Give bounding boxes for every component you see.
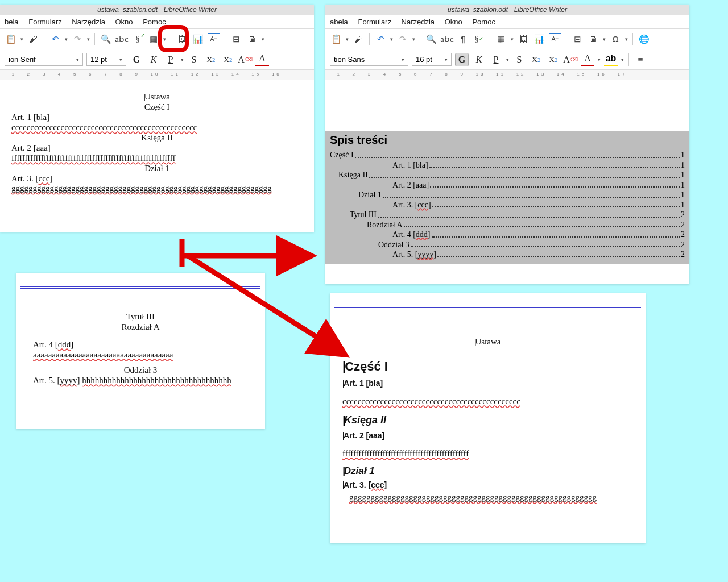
menu-item-narzedzia-r[interactable]: Narzędzia — [402, 18, 435, 26]
toc-row: Art. 5. [yyyy]2 — [330, 250, 685, 260]
docf-h3: Dział 1 — [342, 465, 633, 477]
spellcheck-icon[interactable]: ab̲c — [115, 33, 128, 45]
italic-button[interactable]: K — [472, 53, 486, 66]
image-icon[interactable]: 🖼 — [517, 33, 530, 45]
find-icon[interactable]: 🔍 — [425, 33, 437, 45]
underline-button[interactable]: P — [164, 53, 177, 66]
pagebreak-icon[interactable]: ⊟ — [230, 33, 242, 45]
doc-title: Ustawa — [11, 92, 303, 102]
toc-row: Art. 2 [aaa]1 — [330, 180, 685, 190]
menu-item-narzedzia[interactable]: Narzędzia — [72, 18, 105, 26]
doc-line-c: cccccccccccccccccccccccccccccccccccccccc… — [11, 123, 197, 132]
spellcheck-icon[interactable]: ab̲c — [441, 33, 453, 45]
image-icon[interactable]: 🖼 — [176, 33, 188, 45]
chart-icon[interactable]: 📊 — [533, 33, 545, 45]
doc-art4: Art. 4 [ddd] — [33, 340, 248, 350]
clear-format-button[interactable]: A⌫ — [238, 53, 252, 66]
bold-button[interactable]: G — [130, 53, 143, 66]
font-name-select[interactable]: ion Serif▾ — [5, 53, 83, 66]
subscript-button[interactable]: X2 — [221, 53, 235, 66]
align-button[interactable]: ≡ — [634, 53, 647, 66]
undo-icon[interactable]: ↶ — [49, 33, 61, 45]
docf-art2: Art. 2 [aaa] — [342, 431, 633, 440]
page-icon[interactable]: 🗎 — [246, 33, 258, 45]
doc-line-a: aaaaaaaaaaaaaaaaaaaaaaaaaaaaaaaaaaaaa — [33, 350, 173, 359]
ruler-r: · 1 · 2 · 3 · 4 · 5 · 6 · 7 · 8 · 9 · 10… — [325, 70, 689, 80]
menu-item-tabela-r[interactable]: abela — [330, 18, 348, 26]
docf-title: Ustawa — [342, 337, 633, 347]
main-toolbar: 📋▾ 🖌 ↶▾ ↷▾ 🔍 ab̲c §✓ ▦▾ 🖼 📊 A≡ ⊟ 🗎▾ — [0, 29, 314, 49]
table-icon[interactable]: ▦ — [495, 33, 507, 45]
toc-row: Rozdział A2 — [330, 220, 685, 230]
doc-line-f: ffffffffffffffffffffffffffffffffffffffff… — [11, 153, 175, 163]
globe-icon[interactable]: 🌐 — [638, 33, 650, 45]
doc-part: Część I — [11, 102, 303, 112]
clone-format-icon[interactable]: 🖌 — [352, 33, 365, 45]
paste-icon[interactable]: 📋 — [5, 33, 17, 45]
ruler: · 1 · 2 · 3 · 4 · 5 · 6 · 7 · 8 · 9 · 10… — [0, 70, 314, 80]
menu-item-tabela[interactable]: bela — [5, 18, 19, 26]
panel-bottom-right: Ustawa Część I Art. 1 [bla] cccccccccccc… — [330, 293, 646, 543]
document-area[interactable]: Ustawa Część I Art. 1 [bla] cccccccccccc… — [0, 80, 314, 205]
panel-bottom-left: Tytuł III Rozdział A Art. 4 [ddd] aaaaaa… — [16, 273, 265, 429]
main-toolbar-r: 📋▾ 🖌 ↶▾ ↷▾ 🔍 ab̲c ¶ §✓ ▦▾ 🖼 📊 A≡ ⊟ 🗎▾ Ω▾… — [325, 29, 689, 49]
doc-art1: Art. 1 [bla] — [11, 113, 303, 122]
doc-art5: Art. 5. [yyyy] hhhhhhhhhhhhhhhhhhhhhhhhh… — [33, 376, 248, 385]
bold-button[interactable]: G — [455, 53, 469, 66]
clear-format-button[interactable]: A⌫ — [564, 53, 577, 66]
menu-bar: bela Formularz Narzędzia Okno Pomoc — [0, 15, 314, 29]
section-icon[interactable]: §✓ — [131, 33, 144, 45]
menu-item-pomoc-r[interactable]: Pomoc — [472, 18, 495, 26]
find-icon[interactable]: 🔍 — [100, 33, 112, 45]
window-title: ustawa_szablon.odt - LibreOffice Writer — [0, 5, 314, 15]
section-icon[interactable]: §✓ — [473, 33, 485, 45]
superscript-button[interactable]: X2 — [204, 53, 218, 66]
font-color-button[interactable]: A — [255, 53, 269, 66]
pagebreak-icon[interactable]: ⊟ — [571, 33, 584, 45]
menu-item-formularz-r[interactable]: Formularz — [358, 18, 391, 26]
toc-row: Część I1 — [330, 150, 685, 160]
pilcrow-icon[interactable]: ¶ — [457, 33, 469, 45]
clone-format-icon[interactable]: 🖌 — [27, 33, 39, 45]
menu-item-formularz[interactable]: Formularz — [28, 18, 62, 26]
redo-icon[interactable]: ↷ — [71, 33, 84, 45]
menu-item-okno-r[interactable]: Okno — [445, 18, 462, 26]
font-size-select[interactable]: 16 pt▾ — [412, 53, 452, 66]
font-color-button[interactable]: A — [581, 53, 594, 66]
chart-icon[interactable]: 📊 — [192, 33, 204, 45]
menu-item-pomoc[interactable]: Pomoc — [143, 18, 166, 26]
docf-h2: Księga II — [342, 414, 633, 426]
highlight-button[interactable]: ab — [604, 53, 618, 66]
table-icon[interactable]: ▦ — [147, 33, 160, 45]
doc-rozdzial: Rozdział A — [33, 322, 248, 332]
italic-button[interactable]: K — [147, 53, 160, 66]
undo-icon[interactable]: ↶ — [374, 33, 387, 45]
toc-row: Księga II1 — [330, 170, 685, 180]
textbox-icon[interactable]: A≡ — [549, 33, 561, 45]
docf-art3: Art. 3. [ccc] — [342, 480, 633, 489]
menu-item-okno[interactable]: Okno — [115, 18, 133, 26]
doc-art2: Art. 2 [aaa] — [11, 143, 303, 153]
page-icon[interactable]: 🗎 — [587, 33, 599, 45]
strike-button[interactable]: S — [512, 53, 526, 66]
font-size-select[interactable]: 12 pt▾ — [86, 53, 126, 66]
toc-row: Oddział 32 — [330, 240, 685, 250]
strike-button[interactable]: S — [187, 53, 201, 66]
redo-icon[interactable]: ↷ — [396, 33, 409, 45]
document-area-p2[interactable]: Tytuł III Rozdział A Art. 4 [ddd] aaaaaa… — [16, 289, 265, 392]
document-formatted[interactable]: Ustawa Część I Art. 1 [bla] cccccccccccc… — [330, 308, 646, 509]
font-name-select[interactable]: tion Sans▾ — [330, 53, 408, 66]
toc-body: Część I1Art. 1 [bla]1Księga II1Art. 2 [a… — [325, 149, 689, 264]
omega-icon[interactable]: Ω — [609, 33, 622, 45]
doc-dzial: Dział 1 — [11, 164, 303, 173]
underline-button[interactable]: P — [489, 53, 503, 66]
toc-row: Tytuł III2 — [330, 210, 685, 220]
doc-ksiega: Księga II — [11, 133, 303, 143]
paste-icon[interactable]: 📋 — [330, 33, 342, 45]
textbox-icon[interactable]: A≡ — [208, 33, 220, 45]
menu-bar-r: abela Formularz Narzędzia Okno Pomoc — [325, 15, 689, 29]
superscript-button[interactable]: X2 — [530, 53, 543, 66]
format-bar-r: tion Sans▾ 16 pt▾ G K P▾ S X2 X2 A⌫ A▾ a… — [325, 49, 689, 70]
subscript-button[interactable]: X2 — [547, 53, 560, 66]
doc-art3: Art. 3. [ccc] gggggggggggggggggggggggggg… — [11, 174, 303, 193]
